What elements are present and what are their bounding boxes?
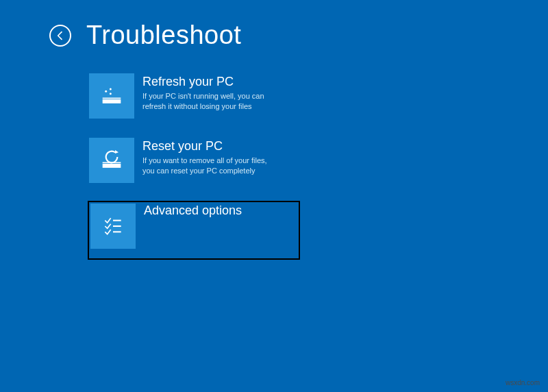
reset-icon: [98, 147, 125, 174]
refresh-tile: [89, 73, 134, 119]
reset-tile: [89, 138, 134, 183]
option-desc: If you want to remove all of your files,…: [142, 156, 279, 176]
svg-rect-4: [103, 98, 121, 99]
header: Troubleshoot: [0, 0, 548, 50]
option-title: Refresh your PC: [142, 75, 279, 89]
page-title: Troubleshoot: [86, 21, 241, 50]
svg-rect-6: [103, 162, 121, 164]
advanced-tile: [90, 204, 136, 249]
svg-point-1: [110, 88, 112, 90]
option-desc: If your PC isn't running well, you can r…: [142, 91, 279, 112]
option-title: Advanced options: [144, 204, 242, 218]
svg-point-0: [105, 90, 107, 93]
watermark: wsxdn.com: [506, 379, 540, 387]
back-arrow-icon: [55, 30, 66, 41]
option-reset-pc[interactable]: Reset your PC If you want to remove all …: [88, 136, 300, 184]
svg-rect-5: [103, 164, 121, 168]
refresh-icon: [98, 82, 125, 110]
option-advanced-options[interactable]: Advanced options: [88, 201, 300, 260]
option-text: Reset your PC If you want to remove all …: [142, 138, 279, 176]
option-refresh-pc[interactable]: Refresh your PC If your PC isn't running…: [88, 72, 300, 120]
option-text: Refresh your PC If your PC isn't running…: [142, 73, 279, 112]
option-title: Reset your PC: [142, 139, 279, 154]
advanced-options-icon: [99, 212, 127, 240]
svg-point-2: [110, 93, 112, 95]
option-text: Advanced options: [144, 202, 242, 220]
options-list: Refresh your PC If your PC isn't running…: [0, 50, 548, 260]
svg-rect-3: [103, 99, 121, 103]
back-button[interactable]: [49, 25, 71, 47]
